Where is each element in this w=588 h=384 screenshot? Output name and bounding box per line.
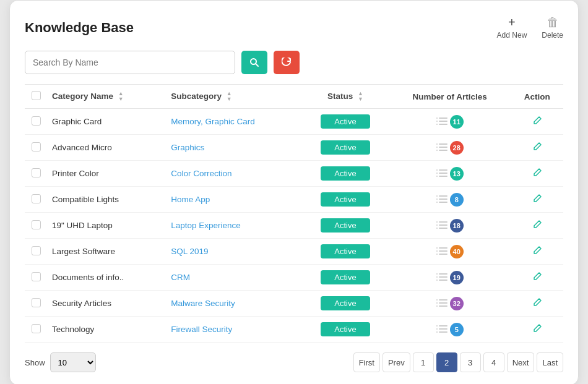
status-badge-7: Active — [321, 296, 370, 310]
col-subcategory[interactable]: Subcategory ▲▼ — [166, 85, 302, 109]
pagination-prev[interactable]: Prev — [383, 352, 410, 372]
edit-icon-2 — [532, 168, 542, 177]
articles-badge-2: 13 — [450, 167, 464, 181]
svg-rect-20 — [436, 195, 438, 197]
row-checkbox-7[interactable] — [32, 298, 41, 307]
subcategory-link-2[interactable]: Color Correction — [171, 169, 231, 178]
articles-badge-1: 28 — [450, 141, 464, 155]
status-badge-5: Active — [321, 244, 370, 258]
svg-rect-41 — [439, 276, 447, 278]
pagination-page-4[interactable]: 4 — [483, 352, 504, 372]
svg-rect-13 — [439, 150, 447, 151]
refresh-button[interactable] — [274, 51, 300, 74]
subcategory-link-4[interactable]: Laptop Experience — [171, 221, 241, 230]
row-status-7: Active — [302, 291, 388, 317]
search-button[interactable] — [241, 51, 267, 74]
row-action-4 — [511, 213, 563, 239]
edit-button-7[interactable] — [532, 297, 542, 310]
svg-rect-16 — [436, 173, 438, 174]
table-row: 19" UHD Laptop Laptop Experience Active — [25, 213, 563, 239]
row-category-7: Security Articles — [47, 291, 166, 317]
row-checkbox-2[interactable] — [32, 168, 41, 177]
table-footer: Show 10 25 50 100 First Prev 1 2 3 4 Nex… — [25, 352, 563, 372]
svg-rect-10 — [436, 147, 438, 148]
row-category-0: Graphic Card — [47, 109, 166, 135]
subcategory-link-5[interactable]: SQL 2019 — [171, 247, 208, 256]
row-checkbox-col — [25, 213, 47, 239]
edit-button-6[interactable] — [532, 271, 542, 284]
svg-rect-6 — [436, 124, 438, 125]
row-checkbox-3[interactable] — [32, 194, 41, 203]
pagination-page-2[interactable]: 2 — [436, 352, 457, 372]
row-category-8: Technology — [47, 317, 166, 343]
svg-rect-17 — [439, 173, 447, 174]
table-row: Compatible Lights Home App Active — [25, 187, 563, 213]
pagination-next[interactable]: Next — [507, 352, 535, 372]
edit-button-3[interactable] — [532, 194, 542, 206]
row-checkbox-6[interactable] — [32, 272, 41, 281]
svg-rect-9 — [439, 143, 447, 145]
row-category-3: Compatible Lights — [47, 187, 166, 213]
subcategory-link-0[interactable]: Memory, Graphic Card — [171, 117, 255, 126]
row-checkbox-8[interactable] — [32, 324, 41, 333]
svg-rect-36 — [436, 254, 438, 255]
refresh-icon — [282, 58, 292, 67]
svg-rect-22 — [436, 198, 438, 200]
row-articles-0: 11 — [389, 109, 511, 135]
list-icon-2 — [436, 169, 447, 178]
show-select[interactable]: 10 25 50 100 — [50, 352, 96, 372]
add-new-button[interactable]: + Add New — [497, 15, 527, 40]
edit-button-0[interactable] — [532, 116, 542, 128]
search-input[interactable] — [25, 51, 235, 74]
list-icon-1 — [436, 143, 447, 152]
row-checkbox-4[interactable] — [32, 220, 41, 229]
add-icon: + — [508, 15, 516, 30]
row-checkbox-5[interactable] — [32, 246, 41, 255]
subcategory-link-8[interactable]: Firewall Security — [171, 325, 232, 334]
edit-button-1[interactable] — [532, 142, 542, 154]
edit-button-4[interactable] — [532, 220, 542, 232]
select-all-checkbox[interactable] — [32, 91, 41, 100]
col-category-name[interactable]: Category Name ▲▼ — [47, 85, 166, 109]
pagination: First Prev 1 2 3 4 Next Last — [353, 352, 563, 372]
col-articles: Number of Articles — [389, 85, 511, 109]
svg-rect-48 — [436, 305, 438, 307]
row-articles-5: 40 — [389, 239, 511, 265]
edit-button-2[interactable] — [532, 168, 542, 180]
row-checkbox-col — [25, 291, 47, 317]
table-row: Advanced Micro Graphics Active — [25, 135, 563, 161]
status-badge-1: Active — [321, 140, 370, 155]
list-icon-3 — [436, 195, 447, 204]
svg-rect-4 — [436, 121, 438, 122]
select-all-col — [25, 85, 47, 109]
row-checkbox-0[interactable] — [32, 116, 41, 126]
svg-rect-43 — [439, 279, 447, 281]
subcategory-link-3[interactable]: Home App — [171, 195, 210, 204]
row-status-0: Active — [302, 109, 388, 135]
show-section: Show 10 25 50 100 — [25, 352, 96, 372]
svg-rect-44 — [436, 299, 438, 301]
col-status[interactable]: Status ▲▼ — [302, 85, 388, 109]
subcategory-link-1[interactable]: Graphics — [171, 143, 204, 152]
delete-button[interactable]: 🗑 Delete — [542, 15, 563, 40]
row-articles-4: 18 — [389, 213, 511, 239]
articles-badge-5: 40 — [450, 245, 464, 258]
articles-badge-4: 18 — [450, 219, 464, 233]
edit-button-5[interactable] — [532, 245, 542, 258]
svg-rect-25 — [439, 202, 447, 203]
row-status-5: Active — [302, 239, 388, 265]
pagination-first[interactable]: First — [353, 352, 380, 372]
pagination-last[interactable]: Last — [537, 352, 563, 372]
subcategory-link-7[interactable]: Malware Security — [171, 299, 235, 308]
table-row: Printer Color Color Correction Active — [25, 161, 563, 187]
row-action-6 — [511, 265, 563, 291]
row-subcategory-2: Color Correction — [166, 161, 302, 187]
row-action-7 — [511, 291, 563, 317]
svg-rect-38 — [436, 273, 438, 275]
pagination-page-1[interactable]: 1 — [413, 352, 434, 372]
svg-rect-24 — [436, 202, 438, 203]
edit-button-8[interactable] — [532, 323, 542, 336]
pagination-page-3[interactable]: 3 — [460, 352, 481, 372]
subcategory-link-6[interactable]: CRM — [171, 273, 190, 282]
row-checkbox-1[interactable] — [32, 142, 41, 151]
